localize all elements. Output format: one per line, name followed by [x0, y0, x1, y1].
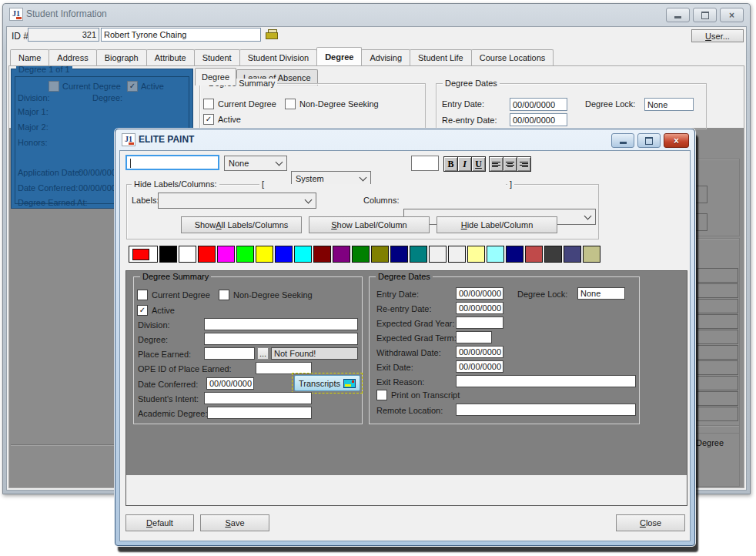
withdrawal-date-field[interactable]: 00/00/0000	[456, 346, 503, 358]
entry-date-field[interactable]: 00/00/0000	[456, 287, 503, 300]
background-field[interactable]	[697, 376, 738, 390]
color-swatch-11[interactable]	[371, 246, 389, 263]
title-bar[interactable]: J1 Student Information ×	[3, 4, 750, 24]
show-all-labels-columns-button[interactable]: Show All Labels/Columns	[181, 216, 302, 233]
color-swatch-18[interactable]	[506, 246, 524, 263]
tab-degree[interactable]: Degree	[316, 47, 362, 65]
color-swatch-15[interactable]	[448, 246, 466, 263]
browse-button[interactable]: ...	[257, 347, 269, 360]
background-field[interactable]	[697, 330, 738, 344]
tab-biograph[interactable]: Biograph	[96, 49, 147, 65]
reentry-date-field[interactable]: 00/00/0000	[456, 302, 503, 314]
background-field[interactable]	[697, 407, 738, 421]
close-button[interactable]: Close	[616, 514, 685, 531]
background-field[interactable]	[697, 314, 738, 329]
labels-combo[interactable]	[158, 193, 316, 209]
expected-grad-year-field[interactable]	[456, 317, 503, 329]
tab-advising[interactable]: Advising	[361, 49, 410, 65]
degree-field[interactable]	[204, 333, 358, 345]
tab-attribute[interactable]: Attribute	[146, 49, 195, 65]
division-field[interactable]	[204, 318, 358, 330]
active-checkbox[interactable]: ✓	[137, 305, 148, 316]
color-box[interactable]	[411, 156, 439, 171]
italic-button[interactable]: I	[457, 156, 472, 172]
color-swatch-17[interactable]	[487, 246, 504, 263]
align-center-icon[interactable]	[503, 156, 517, 172]
print-icon[interactable]	[266, 29, 278, 39]
color-swatch-3[interactable]	[217, 246, 235, 263]
color-swatch-6[interactable]	[275, 246, 293, 263]
active-checkbox[interactable]: ✓	[127, 81, 138, 92]
background-field[interactable]	[697, 283, 738, 298]
close-icon[interactable]: ×	[664, 133, 689, 148]
color-swatch-8[interactable]	[313, 246, 331, 263]
align-right-icon[interactable]	[517, 156, 531, 172]
background-field[interactable]	[697, 268, 738, 283]
background-field[interactable]	[697, 360, 738, 375]
students-intent-field[interactable]	[204, 392, 312, 404]
current-degree-checkbox[interactable]	[137, 290, 148, 300]
style-combo[interactable]: None	[224, 156, 287, 171]
tab-student-division[interactable]: Student Division	[239, 49, 318, 65]
align-left-icon[interactable]	[489, 156, 503, 172]
student-name-field[interactable]: Robert Tyrone Chaing	[101, 28, 261, 42]
color-swatch-16[interactable]	[467, 246, 485, 263]
text-input[interactable]	[125, 155, 219, 170]
background-field[interactable]	[697, 299, 738, 313]
restore-icon[interactable]	[693, 8, 717, 22]
background-field[interactable]	[697, 391, 738, 406]
current-degree-checkbox[interactable]	[203, 99, 214, 109]
place-earned-field[interactable]	[204, 347, 255, 360]
color-swatch-5[interactable]	[256, 246, 273, 263]
tab-student[interactable]: Student	[194, 49, 240, 65]
active-checkbox[interactable]: ✓	[203, 114, 214, 125]
color-swatch-13[interactable]	[410, 246, 427, 263]
default-button[interactable]: Default	[125, 514, 194, 531]
color-swatch-19[interactable]	[525, 246, 543, 263]
bold-button[interactable]: B	[443, 156, 458, 172]
underline-button[interactable]: U	[471, 156, 486, 172]
color-swatch-4[interactable]	[236, 246, 254, 263]
exit-date-field[interactable]: 00/00/0000	[456, 360, 503, 373]
background-field[interactable]	[697, 345, 738, 360]
exit-reason-field[interactable]	[456, 375, 636, 387]
color-swatch-21[interactable]	[564, 246, 581, 263]
color-swatch-14[interactable]	[429, 246, 447, 263]
color-swatch-12[interactable]	[390, 246, 408, 263]
degree-lock-field[interactable]: None	[644, 98, 694, 111]
color-swatch-7[interactable]	[294, 246, 312, 263]
color-swatch-2[interactable]	[198, 246, 216, 263]
show-label-column-button[interactable]: Show Label/Column	[309, 216, 430, 233]
color-swatch-1[interactable]	[179, 246, 196, 263]
color-swatch-0[interactable]	[159, 246, 177, 263]
academic-degree-field[interactable]	[207, 407, 312, 419]
date-conferred-field[interactable]: 00/00/0000	[206, 377, 254, 390]
save-button[interactable]: Save	[200, 514, 269, 531]
transcripts-button[interactable]: Transcripts	[294, 375, 360, 391]
user-button[interactable]: User...	[691, 29, 744, 42]
color-swatch-9[interactable]	[333, 246, 350, 263]
close-icon[interactable]: ×	[720, 8, 744, 22]
color-swatch-10[interactable]	[352, 246, 370, 263]
non-degree-seeking-checkbox[interactable]	[285, 99, 296, 109]
sub-tab-degree[interactable]: Degree	[195, 68, 236, 85]
tab-student-life[interactable]: Student Life	[410, 49, 472, 65]
tab-address[interactable]: Address	[49, 49, 96, 65]
color-swatch-20[interactable]	[544, 246, 562, 263]
print-on-transcript-checkbox[interactable]	[376, 390, 387, 400]
expected-grad-term-field[interactable]	[456, 331, 492, 343]
tab-course-locations[interactable]: Course Locations	[471, 49, 554, 65]
non-degree-seeking-checkbox[interactable]	[219, 290, 229, 300]
current-degree-checkbox[interactable]	[49, 81, 59, 92]
id-field[interactable]: 321	[28, 28, 99, 42]
minimize-icon[interactable]	[611, 133, 634, 148]
reentry-date-field[interactable]: 00/00/0000	[510, 113, 567, 126]
remote-location-field[interactable]	[456, 404, 636, 416]
restore-icon[interactable]	[637, 133, 661, 148]
minimize-icon[interactable]	[666, 8, 690, 22]
hide-label-column-button[interactable]: Hide Label/Column	[437, 216, 557, 233]
degree-lock-field[interactable]: None	[577, 287, 625, 300]
title-bar[interactable]: J1 ELITE PAINT ×	[115, 129, 694, 150]
color-swatch-22[interactable]	[583, 246, 600, 263]
tab-name[interactable]: Name	[10, 49, 49, 65]
